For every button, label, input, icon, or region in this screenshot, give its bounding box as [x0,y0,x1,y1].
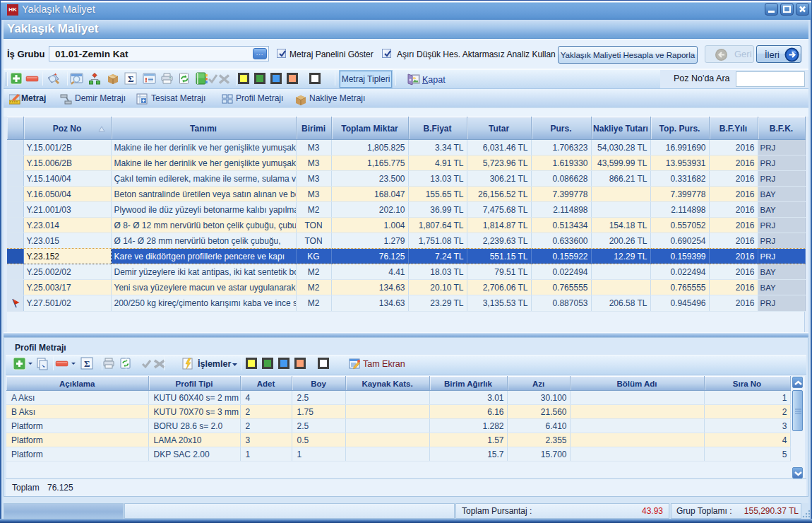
svg-text:Σ: Σ [128,74,134,84]
svg-text:Σ: Σ [84,358,90,369]
